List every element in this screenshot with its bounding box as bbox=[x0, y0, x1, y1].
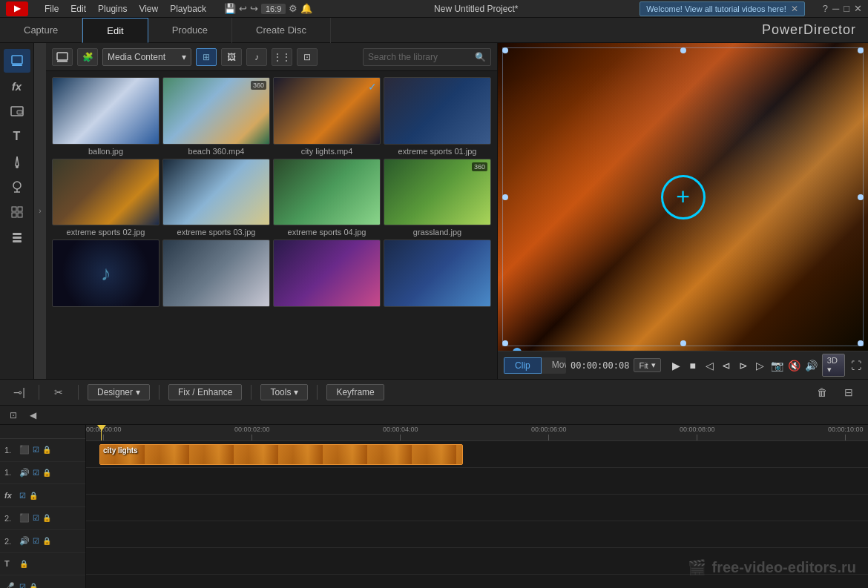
handle-mid-right[interactable] bbox=[858, 194, 864, 200]
add-to-timeline-btn[interactable]: + bbox=[661, 175, 706, 219]
layout-btn[interactable]: ⋮⋮ bbox=[272, 48, 292, 66]
frame-fwd-btn[interactable]: ⊳ bbox=[737, 357, 749, 374]
track-check-1v[interactable]: ☑ bbox=[33, 446, 39, 454]
handle-bot-right[interactable] bbox=[858, 340, 864, 346]
cut-btn[interactable]: ✂ bbox=[48, 382, 69, 403]
handle-bot-left[interactable] bbox=[502, 340, 508, 346]
view-audio-btn[interactable]: ♪ bbox=[246, 48, 267, 66]
close-icon[interactable]: ✕ bbox=[854, 3, 862, 14]
media-item-7[interactable]: 360grassland.jpg bbox=[384, 159, 491, 237]
prev-btn[interactable]: ◁ bbox=[703, 357, 716, 374]
sidebar-tool-chapter[interactable] bbox=[4, 225, 30, 249]
tab-capture[interactable]: Capture bbox=[0, 18, 82, 43]
media-item-0[interactable]: ballon.jpg bbox=[52, 77, 160, 156]
play-btn[interactable]: ▶ bbox=[670, 357, 683, 374]
redo-icon[interactable]: ↪ bbox=[250, 3, 258, 14]
media-item-1[interactable]: 360beach 360.mp4 bbox=[162, 77, 270, 156]
media-item-9[interactable] bbox=[162, 240, 270, 309]
settings-icon[interactable]: ⚙ bbox=[289, 3, 297, 14]
keyframe-btn[interactable]: Keyframe bbox=[326, 384, 384, 400]
handle-mid-left[interactable] bbox=[502, 194, 508, 200]
view-image-btn[interactable]: 🖼 bbox=[221, 48, 242, 66]
extra-btn[interactable]: ⊡ bbox=[297, 48, 318, 66]
sidebar-tool-fx[interactable]: fx bbox=[4, 74, 30, 98]
snapshot-btn[interactable]: 📷 bbox=[771, 357, 783, 374]
storyboard-btn[interactable]: ⊟ bbox=[838, 382, 859, 403]
video-clip-city-lights[interactable]: city lights bbox=[99, 444, 463, 465]
media-item-3[interactable]: extreme sports 01.jpg bbox=[384, 77, 491, 156]
notify-icon[interactable]: 🔔 bbox=[300, 3, 312, 14]
tools-btn[interactable]: Tools ▾ bbox=[260, 384, 308, 400]
sidebar-tool-text[interactable]: T bbox=[4, 125, 30, 148]
track-check-mic[interactable]: ☑ bbox=[19, 583, 26, 588]
media-item-5[interactable]: extreme sports 03.jpg bbox=[162, 159, 270, 237]
import-btn[interactable] bbox=[52, 48, 73, 66]
tab-produce[interactable]: Produce bbox=[148, 18, 232, 43]
help-icon[interactable]: ? bbox=[823, 3, 828, 14]
maximize-icon[interactable]: □ bbox=[844, 3, 849, 14]
track-lock-mic[interactable]: 🔒 bbox=[29, 583, 38, 588]
3d-btn[interactable]: 3D ▾ bbox=[822, 354, 846, 377]
media-item-11[interactable] bbox=[384, 240, 491, 309]
track-check-fx[interactable]: ☑ bbox=[19, 492, 26, 500]
track-lock-1a[interactable]: 🔒 bbox=[42, 469, 51, 477]
minimize-icon[interactable]: ─ bbox=[832, 3, 839, 14]
sidebar-tool-paint[interactable] bbox=[4, 150, 30, 174]
sidebar-tool-import[interactable] bbox=[4, 49, 30, 73]
track-lock-1v[interactable]: 🔒 bbox=[42, 446, 51, 454]
snap-btn[interactable]: ⊸| bbox=[9, 382, 30, 403]
handle-top-left[interactable] bbox=[502, 47, 508, 53]
media-item-6[interactable]: extreme sports 04.jpg bbox=[273, 159, 381, 237]
fullscreen-btn[interactable]: ⛶ bbox=[849, 357, 862, 374]
track-lock-text[interactable]: 🔒 bbox=[19, 560, 28, 568]
track-lock-2a[interactable]: 🔒 bbox=[42, 537, 51, 545]
tab-create-disc[interactable]: Create Disc bbox=[232, 18, 331, 43]
timeline-tracks[interactable]: 00:00:00:00 00:00:02:00 00:00:04:00 00:0… bbox=[86, 425, 868, 588]
sidebar-collapse-btn[interactable]: › bbox=[34, 43, 46, 379]
menu-file[interactable]: File bbox=[45, 4, 59, 14]
media-item-8[interactable]: ♪ bbox=[52, 240, 160, 309]
track-lock-fx[interactable]: 🔒 bbox=[29, 492, 38, 500]
handle-bot-center[interactable] bbox=[680, 340, 686, 346]
tab-edit[interactable]: Edit bbox=[82, 18, 148, 43]
timeline-fit-btn[interactable]: ⊡ bbox=[6, 408, 21, 423]
playhead[interactable] bbox=[101, 425, 102, 440]
resolution-btn[interactable]: 16:9 bbox=[261, 4, 286, 14]
sidebar-tool-pip[interactable] bbox=[4, 99, 30, 123]
track-lock-2v[interactable]: 🔒 bbox=[42, 514, 51, 522]
timeline-prev-btn[interactable]: ◀ bbox=[25, 408, 40, 423]
undo-icon[interactable]: ↩ bbox=[239, 3, 247, 14]
designer-btn[interactable]: Designer ▾ bbox=[88, 384, 150, 400]
mute-btn[interactable]: 🔇 bbox=[788, 357, 800, 374]
handle-top-right[interactable] bbox=[858, 47, 864, 53]
track-check-1a[interactable]: ☑ bbox=[33, 469, 39, 477]
sidebar-tool-audio[interactable] bbox=[4, 175, 30, 199]
delete-btn[interactable]: 🗑 bbox=[812, 382, 832, 403]
fast-fwd-btn[interactable]: ▷ bbox=[754, 357, 766, 374]
media-item-4[interactable]: extreme sports 02.jpg bbox=[52, 159, 160, 237]
fix-enhance-btn[interactable]: Fix / Enhance bbox=[168, 384, 242, 400]
save-icon[interactable]: 💾 bbox=[224, 3, 236, 14]
welcome-close-button[interactable]: ✕ bbox=[791, 4, 798, 14]
volume-btn[interactable]: 🔊 bbox=[805, 357, 818, 374]
search-input[interactable] bbox=[368, 52, 472, 62]
track-check-2a[interactable]: ☑ bbox=[33, 537, 39, 545]
frame-back-btn[interactable]: ⊲ bbox=[720, 357, 733, 374]
handle-top-center[interactable] bbox=[680, 47, 686, 53]
track-label-mic: 🎤 ☑ 🔒 bbox=[0, 575, 85, 588]
content-type-dropdown[interactable]: Media Content ▾ bbox=[102, 48, 191, 66]
puzzle-btn[interactable]: 🧩 bbox=[77, 48, 98, 66]
menu-view[interactable]: View bbox=[139, 4, 158, 14]
stop-btn[interactable]: ■ bbox=[686, 357, 699, 374]
view-grid-btn[interactable]: ⊞ bbox=[196, 48, 217, 66]
sidebar-tool-grid[interactable] bbox=[4, 200, 30, 224]
media-item-2[interactable]: ✓city lights.mp4 bbox=[273, 77, 381, 156]
clip-tab[interactable]: Clip bbox=[504, 357, 542, 374]
movie-tab[interactable]: Movie bbox=[542, 357, 566, 374]
menu-plugins[interactable]: Plugins bbox=[98, 4, 127, 14]
fit-dropdown[interactable]: Fit ▾ bbox=[634, 358, 660, 372]
menu-playback[interactable]: Playback bbox=[170, 4, 206, 14]
media-item-10[interactable] bbox=[273, 240, 381, 309]
track-check-2v[interactable]: ☑ bbox=[33, 514, 39, 522]
menu-edit[interactable]: Edit bbox=[70, 4, 86, 14]
